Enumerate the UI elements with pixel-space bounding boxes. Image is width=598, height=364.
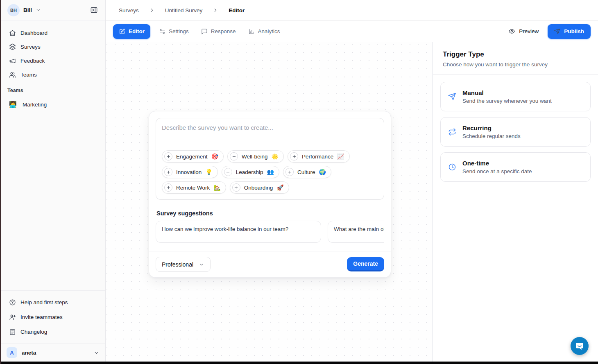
main-area: Surveys Untitled Survey Editor Editor <box>106 0 598 362</box>
chip-label: Performance <box>302 154 333 160</box>
chat-bubble-icon <box>575 341 584 351</box>
users-icon <box>9 71 16 78</box>
send-icon <box>448 93 456 101</box>
trigger-option-description: Schedule regular sends <box>462 133 521 139</box>
trigger-option-title: Recurring <box>462 124 521 131</box>
sidebar-item-invite[interactable]: Invite teammates <box>5 310 100 324</box>
trigger-option-text: Recurring Schedule regular sends <box>462 124 521 139</box>
panel-collapse-icon <box>90 6 98 14</box>
chip-label: Well-being <box>242 154 268 160</box>
chip-label: Engagement <box>176 154 208 160</box>
sidebar-item-label: Feedback <box>20 58 45 64</box>
panel-subtitle: Choose how you want to trigger the surve… <box>443 61 588 68</box>
chip-emoji: 🏡 <box>213 185 220 190</box>
plus-icon <box>164 168 172 176</box>
workspace-switcher[interactable]: BH Bill <box>0 0 105 20</box>
settings-icon <box>159 28 165 35</box>
breadcrumb: Surveys Untitled Survey Editor <box>106 0 598 21</box>
teams-section-label: Teams <box>5 81 100 97</box>
repeat-icon <box>448 128 456 136</box>
tone-value: Professional <box>162 261 193 268</box>
tab-label: Editor <box>129 28 145 34</box>
sidebar-item-feedback[interactable]: Feedback <box>5 54 100 68</box>
tab-editor[interactable]: Editor <box>113 24 150 39</box>
topic-chip-innovation[interactable]: Innovation 💡 <box>162 166 218 178</box>
topic-chips: Engagement 🎯 Well-being 🌟 Performance <box>162 150 378 194</box>
tab-analytics[interactable]: Analytics <box>245 24 284 39</box>
tab-label: Response <box>211 28 236 34</box>
suggestion-card[interactable]: How can we improve work-life balance in … <box>156 221 321 243</box>
sidebar-item-label: Invite teammates <box>20 314 63 320</box>
publish-button[interactable]: Publish <box>548 24 591 39</box>
breadcrumb-survey-name[interactable]: Untitled Survey <box>165 7 203 14</box>
topic-chip-onboarding[interactable]: Onboarding 🚀 <box>230 181 289 194</box>
editor-canvas[interactable]: Engagement 🎯 Well-being 🌟 Performance <box>106 42 433 362</box>
sidebar-item-label: Help and first steps <box>20 299 68 305</box>
topic-chip-culture[interactable]: Culture 🌍 <box>283 166 331 178</box>
sidebar-item-surveys[interactable]: Surveys <box>5 40 100 54</box>
generator-footer: Professional Generate <box>149 251 391 277</box>
sidebar: BH Bill Dashboard <box>0 0 106 362</box>
sidebar-item-teams[interactable]: Teams <box>5 68 100 81</box>
topic-chip-performance[interactable]: Performance 📈 <box>288 150 350 163</box>
chevron-down-icon <box>199 262 204 267</box>
sidebar-item-changelog[interactable]: Changelog <box>5 324 100 339</box>
workspace-avatar: BH <box>7 4 20 16</box>
topic-chip-well-being[interactable]: Well-being 🌟 <box>227 150 284 163</box>
chip-emoji: 📈 <box>337 154 344 159</box>
workspace-name: Bill <box>23 7 32 13</box>
topic-chip-engagement[interactable]: Engagement 🎯 <box>162 150 224 163</box>
sidebar-item-label: Changelog <box>20 329 47 335</box>
suggestions-title: Survey suggestions <box>156 210 383 217</box>
toolbar-actions: Preview Publish <box>506 24 591 39</box>
account-avatar: A <box>7 347 17 358</box>
editor-toolbar: Editor Settings Response Analytics <box>106 21 598 42</box>
home-icon <box>9 29 16 36</box>
analytics-icon <box>248 28 255 35</box>
chevron-down-icon <box>36 7 41 13</box>
plus-icon <box>164 183 172 192</box>
trigger-option-one-time[interactable]: One-time Send once at a specific date <box>440 152 591 182</box>
help-circle-icon <box>9 299 16 306</box>
edit-icon <box>119 28 125 35</box>
message-icon <box>201 28 208 35</box>
trigger-option-manual[interactable]: Manual Send the survey whenever you want <box>440 82 591 111</box>
topic-chip-leadership[interactable]: Leadership 👥 <box>222 166 279 178</box>
plus-icon <box>290 152 298 161</box>
window-bottom-edge <box>0 362 598 364</box>
generate-button[interactable]: Generate <box>347 257 384 271</box>
tone-select[interactable]: Professional <box>156 257 211 272</box>
breadcrumb-surveys[interactable]: Surveys <box>119 7 139 14</box>
clock-icon <box>448 163 456 171</box>
chip-label: Onboarding <box>244 185 273 191</box>
survey-generator-card: Engagement 🎯 Well-being 🌟 Performance <box>149 111 391 278</box>
sidebar-item-label: Teams <box>20 72 37 78</box>
chat-messenger-button[interactable] <box>571 337 589 355</box>
suggestions-row: How can we improve work-life balance in … <box>156 221 384 243</box>
app-window: BH Bill Dashboard <box>0 0 598 362</box>
chip-label: Leadership <box>236 169 263 175</box>
sidebar-item-label: Surveys <box>20 44 41 50</box>
topic-chip-remote-work[interactable]: Remote Work 🏡 <box>162 181 226 194</box>
team-label: Marketing <box>23 102 47 108</box>
chevron-down-icon <box>93 350 100 356</box>
suggestion-card[interactable]: What are the main ob <box>328 221 384 243</box>
tab-response[interactable]: Response <box>197 24 240 39</box>
plus-icon <box>232 183 240 192</box>
chip-emoji: 🚀 <box>276 185 283 190</box>
sidebar-item-dashboard[interactable]: Dashboard <box>5 26 100 40</box>
sidebar-item-marketing[interactable]: 🧑‍💻 Marketing <box>5 97 100 111</box>
sidebar-item-help[interactable]: Help and first steps <box>5 295 100 310</box>
chip-label: Culture <box>297 169 315 175</box>
preview-button[interactable]: Preview <box>506 27 541 35</box>
survey-description-input[interactable] <box>162 124 378 150</box>
eye-icon <box>508 28 515 35</box>
account-name: aneta <box>22 350 36 356</box>
tab-settings[interactable]: Settings <box>155 24 193 39</box>
megaphone-icon <box>9 57 16 64</box>
chevron-right-icon <box>213 7 218 13</box>
trigger-option-recurring[interactable]: Recurring Schedule regular sends <box>440 117 591 147</box>
account-menu[interactable]: A aneta <box>0 343 105 362</box>
sidebar-toggle-button[interactable] <box>86 3 101 18</box>
chip-label: Innovation <box>176 169 202 175</box>
